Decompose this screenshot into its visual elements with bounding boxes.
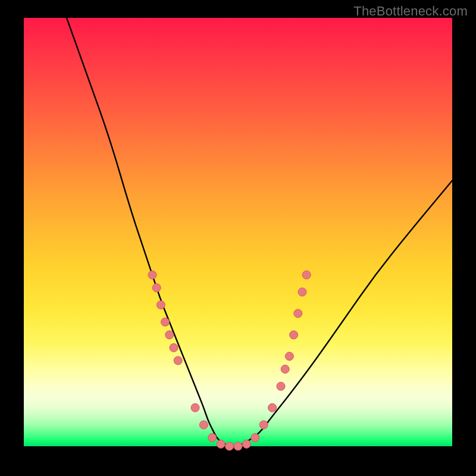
marker-dot [226, 442, 234, 450]
marker-dot [217, 440, 225, 448]
curve-layer [24, 18, 452, 446]
marker-dot [290, 331, 298, 339]
marker-dot [174, 356, 182, 365]
marker-dot [277, 382, 285, 390]
bottleneck-curve [67, 18, 452, 446]
marker-dot [156, 300, 165, 309]
chart-frame: TheBottleneck.com [0, 0, 476, 476]
marker-dot [234, 442, 242, 450]
marker-dot [251, 434, 259, 442]
marker-dot [281, 365, 289, 373]
marker-dot [161, 318, 170, 326]
marker-dot [148, 271, 156, 279]
marker-dot [165, 331, 174, 339]
marker-dot [152, 284, 161, 292]
plot-area [24, 18, 452, 446]
marker-dot [208, 434, 217, 442]
marker-dot [298, 288, 306, 296]
marker-dot [199, 421, 208, 429]
watermark-text: TheBottleneck.com [353, 4, 468, 19]
marker-dot [294, 309, 302, 318]
marker-dot [191, 403, 199, 412]
marker-dot [242, 440, 250, 448]
marker-dot [268, 403, 277, 412]
marker-dot [285, 352, 293, 361]
marker-dot [259, 421, 268, 429]
marker-dot [170, 343, 178, 352]
marker-dot [302, 271, 311, 279]
marker-dots-group [148, 271, 311, 450]
